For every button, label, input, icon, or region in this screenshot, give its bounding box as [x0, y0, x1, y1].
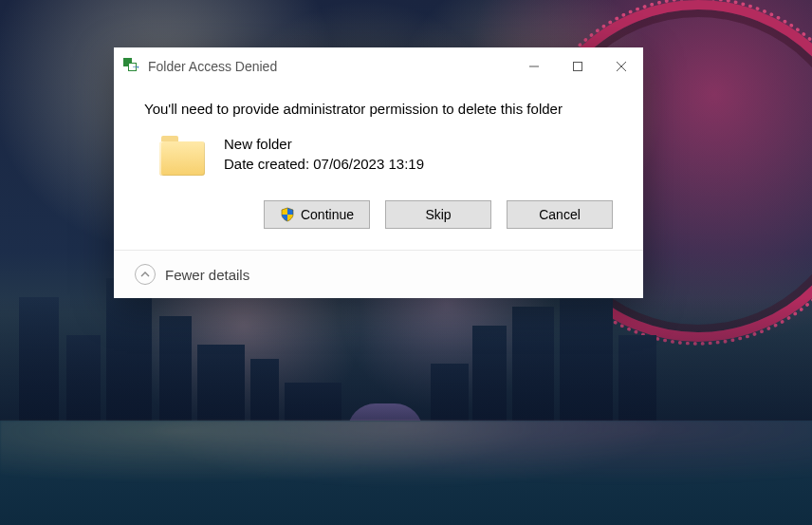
- window-controls: [512, 51, 643, 82]
- uac-shield-icon: [280, 207, 295, 222]
- minimize-button[interactable]: [512, 51, 556, 82]
- folder-name: New folder: [224, 134, 424, 154]
- chevron-up-icon[interactable]: [135, 264, 156, 285]
- close-button[interactable]: [600, 51, 643, 82]
- skip-button-label: Skip: [425, 207, 451, 222]
- folder-item: New folder Date created: 07/06/2023 13:1…: [144, 134, 613, 179]
- app-icon: →: [123, 58, 140, 75]
- dialog-title: Folder Access Denied: [148, 59, 277, 74]
- skip-button[interactable]: Skip: [385, 200, 491, 229]
- cancel-button-label: Cancel: [539, 207, 581, 222]
- maximize-button[interactable]: [556, 51, 600, 82]
- folder-details: New folder Date created: 07/06/2023 13:1…: [224, 134, 424, 179]
- dialog-message: You'll need to provide administrator per…: [144, 101, 613, 117]
- cancel-button[interactable]: Cancel: [507, 200, 613, 229]
- desktop-wallpaper: → Folder Access Denied You'll need to pr…: [0, 0, 812, 525]
- dialog-buttons: Continue Skip Cancel: [144, 200, 613, 229]
- dialog-footer: Fewer details: [114, 250, 643, 298]
- folder-icon: [159, 134, 207, 179]
- folder-date-created: Date created: 07/06/2023 13:19: [224, 154, 424, 174]
- continue-button-label: Continue: [301, 207, 354, 222]
- continue-button[interactable]: Continue: [264, 200, 370, 229]
- titlebar[interactable]: → Folder Access Denied: [114, 47, 643, 85]
- folder-access-denied-dialog: → Folder Access Denied You'll need to pr…: [114, 47, 643, 298]
- fewer-details-toggle[interactable]: Fewer details: [165, 267, 249, 283]
- dialog-content: You'll need to provide administrator per…: [114, 85, 643, 250]
- svg-rect-1: [574, 63, 582, 71]
